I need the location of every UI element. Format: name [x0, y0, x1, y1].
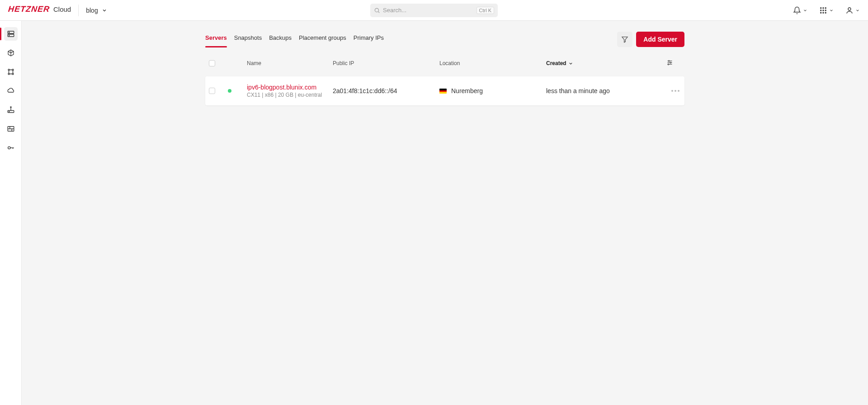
project-selector[interactable]: blog: [79, 7, 114, 14]
firewall-icon: [7, 125, 15, 133]
svg-point-7: [825, 10, 826, 11]
cell-location: Nuremberg: [439, 87, 546, 94]
apps-grid-icon: [819, 6, 827, 14]
svg-point-8: [821, 12, 821, 13]
tab-label: Placement groups: [299, 34, 346, 41]
column-name: Name: [247, 60, 333, 66]
svg-point-24: [8, 146, 10, 149]
brand-logo: HETZNER: [8, 5, 50, 14]
tab-label: Servers: [205, 34, 227, 41]
tab-label: Primary IPs: [354, 34, 384, 41]
chevron-down-icon: [829, 8, 834, 13]
search-shortcut: Ctrl K: [476, 7, 495, 14]
cell-public-ip: 2a01:4f8:1c1c:dd6::/64: [333, 87, 439, 94]
sidebar-item-firewalls[interactable]: [4, 122, 18, 136]
column-settings-button[interactable]: [666, 59, 684, 67]
tabs: Servers Snapshots Backups Placement grou…: [205, 31, 617, 47]
svg-point-29: [670, 62, 671, 63]
sidebar-item-security[interactable]: [4, 141, 18, 155]
filter-icon: [621, 36, 628, 43]
main: Servers Snapshots Backups Placement grou…: [22, 21, 868, 405]
bell-icon: [793, 6, 801, 14]
svg-point-6: [823, 10, 824, 11]
column-created[interactable]: Created: [546, 60, 639, 66]
volume-icon: [7, 49, 15, 57]
chevron-down-icon: [855, 8, 860, 13]
svg-point-0: [375, 8, 378, 12]
table-header: Name Public IP Location Created: [205, 59, 684, 72]
sidebar-item-servers[interactable]: [4, 27, 18, 41]
load-balancer-icon: [7, 68, 15, 76]
tab-label: Backups: [269, 34, 292, 41]
svg-point-27: [668, 61, 670, 62]
cell-created: less than a minute ago: [546, 87, 639, 94]
user-icon: [845, 6, 854, 14]
topbar: HETZNER Cloud blog Ctrl K: [0, 0, 868, 21]
server-name-link[interactable]: ipv6-blogpost.blunix.com: [247, 84, 333, 91]
tab-label: Snapshots: [234, 34, 262, 41]
key-icon: [7, 144, 15, 152]
svg-point-10: [825, 12, 826, 13]
brand-subtext: Cloud: [53, 5, 71, 13]
chevron-down-icon: [568, 61, 573, 66]
sidebar-item-floating-ips[interactable]: [4, 84, 18, 98]
svg-point-9: [823, 12, 824, 13]
svg-point-5: [821, 10, 821, 11]
chevron-down-icon: [803, 8, 807, 13]
filter-button[interactable]: [617, 32, 632, 47]
tab-primary-ips[interactable]: Primary IPs: [354, 31, 384, 47]
servers-table: Name Public IP Location Created: [205, 59, 684, 105]
sidebar-item-volumes[interactable]: [4, 46, 18, 60]
server-icon: [7, 30, 15, 38]
tab-servers[interactable]: Servers: [205, 31, 227, 47]
svg-point-18: [8, 73, 9, 75]
sidebar-item-networks[interactable]: [4, 103, 18, 117]
topbar-right: [793, 6, 860, 14]
search-icon: [374, 7, 380, 14]
brand[interactable]: HETZNER Cloud: [8, 5, 79, 16]
svg-point-15: [9, 35, 9, 36]
tab-placement-groups[interactable]: Placement groups: [299, 31, 346, 47]
svg-point-14: [9, 32, 9, 33]
network-icon: [7, 106, 15, 114]
notifications-button[interactable]: [793, 6, 807, 14]
svg-line-1: [378, 11, 380, 13]
add-server-button[interactable]: Add Server: [636, 32, 684, 47]
search-input[interactable]: [380, 7, 476, 14]
svg-point-4: [825, 7, 826, 8]
tab-backups[interactable]: Backups: [269, 31, 292, 47]
server-specs: CX11 | x86 | 20 GB | eu-central: [247, 92, 333, 98]
svg-point-21: [10, 107, 11, 108]
account-button[interactable]: [845, 6, 860, 14]
svg-point-2: [821, 7, 821, 8]
svg-marker-25: [622, 37, 627, 42]
flag-de-icon: [439, 89, 447, 94]
sliders-icon: [666, 59, 673, 66]
svg-point-3: [823, 7, 824, 8]
row-checkbox[interactable]: [209, 88, 215, 94]
svg-point-22: [9, 111, 9, 112]
tabs-row: Servers Snapshots Backups Placement grou…: [205, 31, 684, 47]
sidebar: [0, 21, 22, 405]
select-all-checkbox[interactable]: [209, 60, 215, 66]
location-text: Nuremberg: [451, 87, 483, 94]
svg-point-19: [12, 73, 14, 75]
svg-point-17: [12, 69, 14, 71]
chevron-down-icon: [102, 8, 107, 13]
column-location: Location: [439, 60, 546, 66]
floating-ip-icon: [7, 87, 15, 95]
column-public-ip: Public IP: [333, 60, 439, 66]
apps-button[interactable]: [819, 6, 834, 14]
tab-snapshots[interactable]: Snapshots: [234, 31, 262, 47]
status-indicator: [228, 89, 231, 93]
search-input-wrapper[interactable]: Ctrl K: [370, 4, 498, 17]
svg-point-16: [8, 69, 9, 71]
table-row[interactable]: ipv6-blogpost.blunix.com CX11 | x86 | 20…: [205, 76, 684, 105]
svg-point-11: [848, 8, 851, 10]
project-name: blog: [86, 7, 98, 14]
sidebar-item-load-balancers[interactable]: [4, 65, 18, 79]
row-actions-button[interactable]: [666, 90, 684, 92]
svg-point-31: [668, 64, 669, 65]
